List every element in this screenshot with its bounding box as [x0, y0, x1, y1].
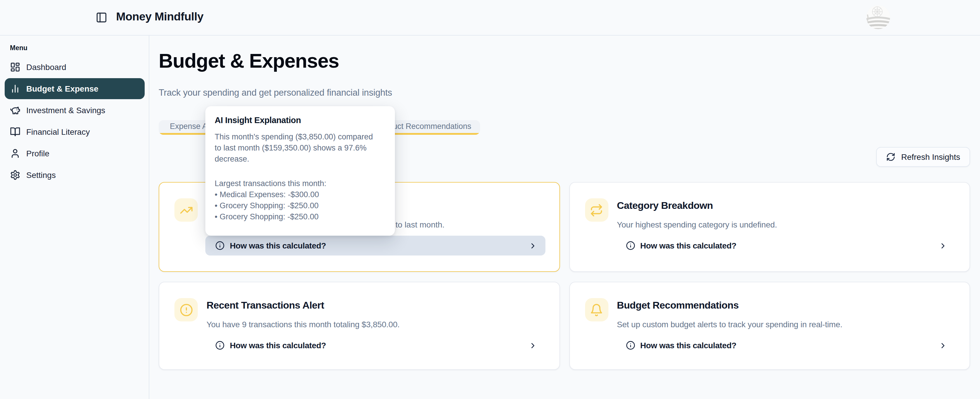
icon-tile — [585, 298, 608, 321]
card-description-visible-fragment: to last month. — [396, 219, 444, 231]
refresh-insights-label: Refresh Insights — [901, 152, 960, 162]
sidebar-item-profile[interactable]: Profile — [5, 143, 145, 164]
sidebar-menu-label: Menu — [10, 45, 149, 51]
user-icon — [10, 148, 21, 159]
icon-tile — [174, 198, 198, 222]
insight-card-category-breakdown: Category Breakdown Your highest spending… — [569, 182, 970, 272]
page-title: Budget & Expenses — [159, 49, 970, 72]
how-calculated-row[interactable]: How was this calculated? — [205, 236, 545, 256]
card-description: You have 9 transactions this month total… — [207, 318, 544, 331]
book-open-icon — [10, 127, 21, 137]
sidebar-item-label: Profile — [26, 149, 49, 158]
how-calculated-row[interactable]: How was this calculated? — [205, 335, 545, 355]
chevron-right-icon — [528, 341, 537, 350]
repeat-icon — [590, 203, 603, 217]
ai-insight-popover: AI Insight Explanation This month's spen… — [205, 106, 395, 236]
sidebar-item-label: Budget & Expense — [26, 84, 98, 93]
card-description: Your highest spending category is undefi… — [617, 219, 955, 231]
page-subtitle: Track your spending and get personalized… — [159, 86, 970, 99]
refresh-insights-button[interactable]: Refresh Insights — [876, 147, 970, 167]
gear-icon — [10, 170, 21, 180]
how-calculated-row[interactable]: How was this calculated? — [616, 236, 956, 256]
info-icon — [215, 241, 224, 250]
sidebar: Menu Dashboard Budget & Expense Investme… — [0, 35, 150, 399]
piggy-bank-icon — [10, 105, 21, 116]
insight-card-recent-transactions: Recent Transactions Alert You have 9 tra… — [159, 282, 560, 370]
sidebar-item-label: Settings — [26, 170, 56, 180]
user-avatar[interactable] — [866, 5, 890, 29]
alert-circle-icon — [180, 303, 193, 316]
info-icon — [215, 341, 224, 350]
how-calculated-label: How was this calculated? — [640, 241, 737, 250]
layout-dashboard-icon — [10, 62, 21, 72]
how-calculated-label: How was this calculated? — [230, 241, 326, 250]
popover-title: AI Insight Explanation — [215, 116, 386, 125]
how-calculated-label: How was this calculated? — [230, 341, 326, 350]
sidebar-toggle-icon[interactable] — [95, 12, 107, 23]
sidebar-item-label: Dashboard — [26, 62, 66, 72]
icon-tile — [585, 198, 608, 222]
card-title: Category Breakdown — [617, 199, 955, 212]
chevron-right-icon — [939, 341, 947, 350]
card-text: Category Breakdown Your highest spending… — [617, 199, 955, 231]
sidebar-item-label: Investment & Savings — [26, 106, 105, 115]
how-calculated-row[interactable]: How was this calculated? — [616, 335, 956, 355]
card-description: Set up custom budget alerts to track you… — [617, 318, 955, 331]
chevron-right-icon — [528, 241, 537, 250]
sidebar-item-dashboard[interactable]: Dashboard — [5, 57, 145, 78]
refresh-icon — [886, 152, 896, 162]
card-text: Recent Transactions Alert You have 9 tra… — [207, 299, 544, 331]
sidebar-nav: Dashboard Budget & Expense Investment & … — [0, 57, 149, 186]
card-text: Budget Recommendations Set up custom bud… — [617, 299, 955, 331]
trending-up-icon — [180, 203, 193, 217]
info-icon — [625, 241, 635, 250]
how-calculated-label: How was this calculated? — [640, 341, 737, 350]
info-icon — [625, 341, 635, 350]
app-window: Money Mindfully — [0, 0, 980, 399]
sidebar-item-settings[interactable]: Settings — [5, 164, 145, 186]
sidebar-item-label: Financial Literacy — [26, 127, 90, 137]
app-title: Money Mindfully — [116, 10, 204, 23]
insight-card-budget-recommendations: Budget Recommendations Set up custom bud… — [569, 282, 970, 370]
bell-icon — [590, 303, 603, 316]
sidebar-item-financial-literacy[interactable]: Financial Literacy — [5, 121, 145, 142]
card-title: Recent Transactions Alert — [207, 299, 544, 312]
sidebar-item-investment-savings[interactable]: Investment & Savings — [5, 100, 145, 121]
bar-chart-icon — [10, 83, 21, 94]
chevron-right-icon — [939, 241, 947, 250]
top-header: Money Mindfully — [0, 0, 980, 36]
icon-tile — [174, 298, 198, 321]
sidebar-item-budget-expense[interactable]: Budget & Expense — [5, 78, 145, 99]
popover-body: This month's spending ($3,850.00) compar… — [215, 131, 386, 222]
card-title: Budget Recommendations — [617, 299, 955, 312]
